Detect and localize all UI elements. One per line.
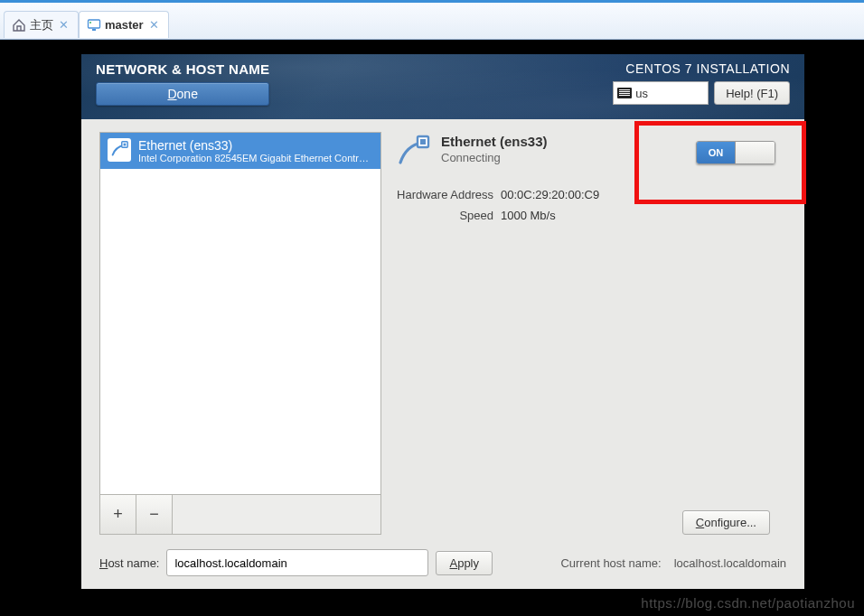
toggle-handle	[735, 142, 775, 163]
keyboard-indicator[interactable]: us	[613, 81, 709, 105]
watermark: https://blog.csdn.net/paotianzhou	[641, 595, 855, 611]
tab-home[interactable]: 主页 ✕	[4, 11, 79, 38]
monitor-icon	[87, 18, 101, 33]
speed-label: Speed	[394, 209, 493, 222]
home-icon	[12, 18, 26, 33]
svg-rect-4	[124, 144, 127, 146]
remove-button[interactable]: −	[136, 495, 173, 534]
close-icon[interactable]: ✕	[147, 18, 161, 32]
page-title: NETWORK & HOST NAME	[96, 61, 269, 77]
connection-toggle[interactable]: ON	[696, 141, 775, 164]
svg-point-2	[89, 22, 91, 23]
current-hostname-value: localhost.localdomain	[674, 556, 786, 570]
apply-button[interactable]: ApplyApply	[436, 551, 493, 575]
hostname-label: Host name:	[99, 556, 159, 570]
ethernet-icon	[394, 134, 432, 170]
vm-tab-bar: 主页 ✕ master ✕	[0, 0, 864, 40]
hw-address-label: Hardware Address	[394, 188, 493, 201]
keyboard-layout: us	[635, 87, 648, 100]
hw-address-value: 00:0C:29:20:00:C9	[501, 188, 599, 201]
keyboard-icon	[617, 88, 632, 98]
interface-panel: Ethernet (ens33) Intel Corporation 82545…	[99, 132, 381, 535]
body-area: Ethernet (ens33) Intel Corporation 82545…	[81, 119, 804, 589]
done-button[interactable]: DDoneone	[96, 82, 269, 106]
tab-master[interactable]: master ✕	[79, 11, 169, 38]
svg-rect-6	[420, 139, 426, 145]
tab-label: 主页	[30, 17, 53, 33]
hostname-input[interactable]	[166, 549, 428, 576]
interface-device: Intel Corporation 82545EM Gigabit Ethern…	[138, 153, 373, 163]
hostname-bar: Host name: ApplyApply Current host name:…	[99, 549, 786, 576]
tab-label: master	[105, 18, 144, 32]
current-hostname-label: Current host name:	[560, 556, 661, 570]
svg-rect-0	[89, 20, 100, 28]
toggle-on-label: ON	[697, 142, 735, 163]
installer-window: NETWORK & HOST NAME DDoneone CENTOS 7 IN…	[81, 54, 804, 589]
speed-value: 1000 Mb/s	[501, 209, 556, 222]
configure-button[interactable]: Configure...Configure...	[682, 510, 770, 535]
connection-details: ON Ethernet (ens33) Connecting Hardware …	[390, 132, 786, 535]
installer-header: NETWORK & HOST NAME DDoneone CENTOS 7 IN…	[81, 54, 804, 119]
svg-rect-1	[92, 29, 96, 31]
help-button[interactable]: Help! (F1)	[714, 81, 790, 105]
ethernet-icon	[108, 138, 131, 162]
list-item[interactable]: Ethernet (ens33) Intel Corporation 82545…	[100, 133, 380, 169]
list-toolbar: + −	[99, 495, 381, 535]
interface-list[interactable]: Ethernet (ens33) Intel Corporation 82545…	[99, 132, 381, 495]
installation-label: CENTOS 7 INSTALLATION	[625, 61, 790, 76]
add-button[interactable]: +	[100, 495, 136, 534]
interface-name: Ethernet (ens33)	[138, 138, 373, 153]
close-icon[interactable]: ✕	[57, 18, 70, 32]
